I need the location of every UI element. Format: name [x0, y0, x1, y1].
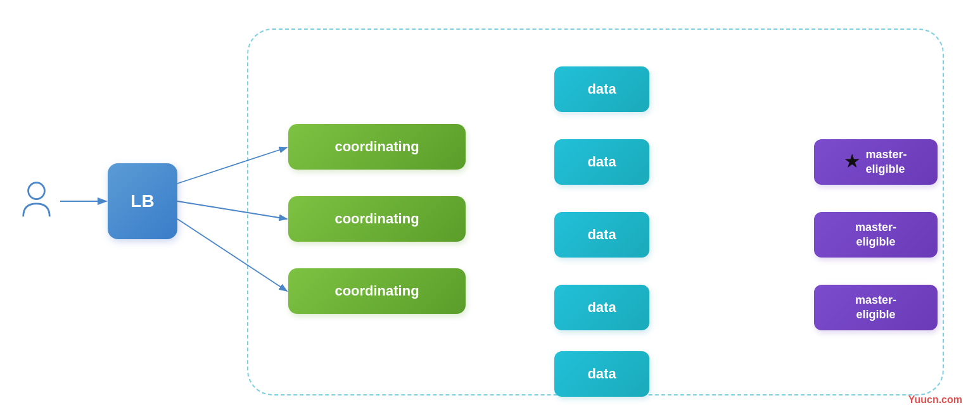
- watermark: Yuucn.com: [908, 394, 962, 406]
- master-node-3: master-eligible: [814, 285, 938, 330]
- diagram-container: LB coordinating coordinating coordinatin…: [0, 0, 980, 417]
- star-icon: ★: [844, 151, 859, 173]
- master-node-2: master-eligible: [814, 212, 938, 258]
- master-node-1: ★ master-eligible: [814, 139, 938, 185]
- master-nodes: ★ master-eligible master-eligible master…: [0, 0, 980, 417]
